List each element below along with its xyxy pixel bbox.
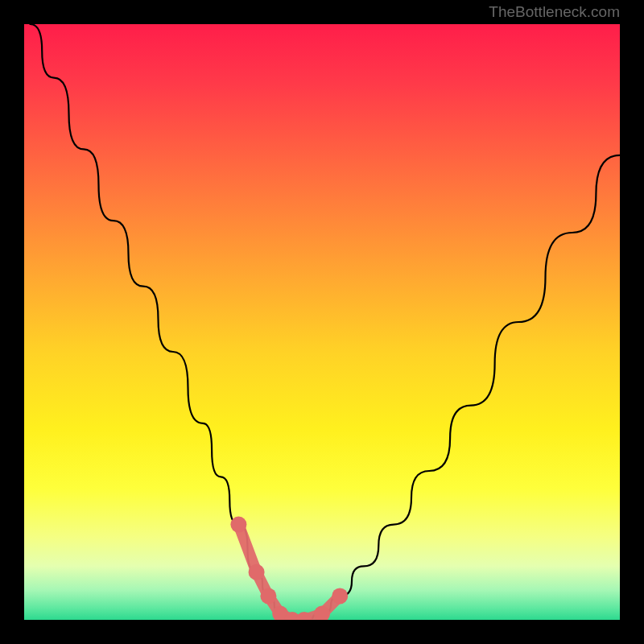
chart-frame: TheBottleneck.com [0,0,644,644]
svg-point-8 [332,588,348,604]
svg-point-1 [230,517,246,533]
svg-point-3 [260,588,276,604]
bottleneck-curve [30,24,620,620]
watermark-text: TheBottleneck.com [489,3,620,21]
plot-area [24,24,620,620]
curve-layer [24,24,620,620]
svg-point-2 [249,564,265,580]
